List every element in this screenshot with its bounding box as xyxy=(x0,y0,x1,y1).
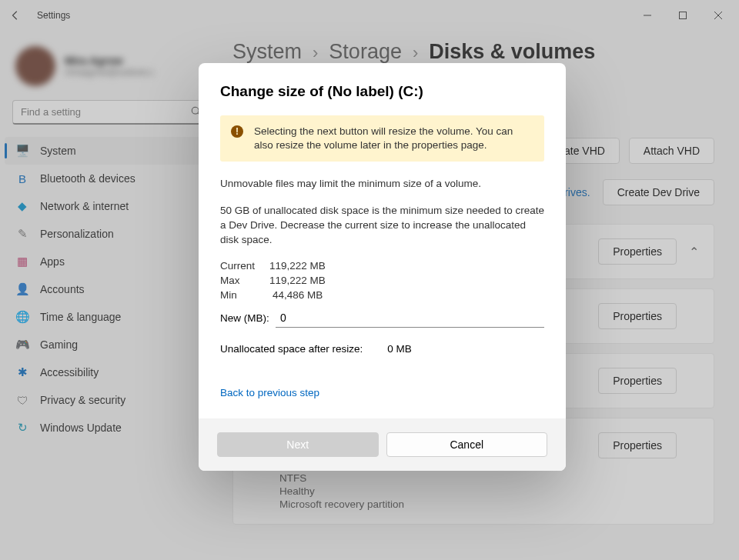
max-value: 119,222 MB xyxy=(269,275,326,286)
current-value: 119,222 MB xyxy=(269,260,326,272)
cancel-button[interactable]: Cancel xyxy=(386,432,548,457)
dialog-info-2: 50 GB of unallocated disk space is the m… xyxy=(220,204,544,248)
back-link[interactable]: Back to previous step xyxy=(220,387,319,398)
warning-icon: ! xyxy=(231,125,243,138)
size-stats: Current119,222 MB Max119,222 MB Min44,48… xyxy=(220,260,544,301)
unallocated-row: Unallocated space after resize: 0 MB xyxy=(220,343,544,355)
new-size-label: New (MB): xyxy=(220,312,276,324)
warning-text: Selecting the next button will resize th… xyxy=(254,125,533,152)
warning-banner: ! Selecting the next button will resize … xyxy=(220,115,544,162)
max-label: Max xyxy=(220,275,269,286)
current-label: Current xyxy=(220,260,269,272)
resize-dialog: Change size of (No label) (C:) ! Selecti… xyxy=(199,63,566,471)
dialog-title: Change size of (No label) (C:) xyxy=(220,83,544,100)
min-value: 44,486 MB xyxy=(273,289,323,301)
unallocated-label: Unallocated space after resize: xyxy=(220,343,363,355)
new-size-input[interactable] xyxy=(276,308,544,328)
min-label: Min xyxy=(220,289,269,301)
dialog-info-1: Unmovable files may limit the minimum si… xyxy=(220,177,544,192)
next-button[interactable]: Next xyxy=(217,432,379,457)
unallocated-value: 0 MB xyxy=(387,343,412,355)
